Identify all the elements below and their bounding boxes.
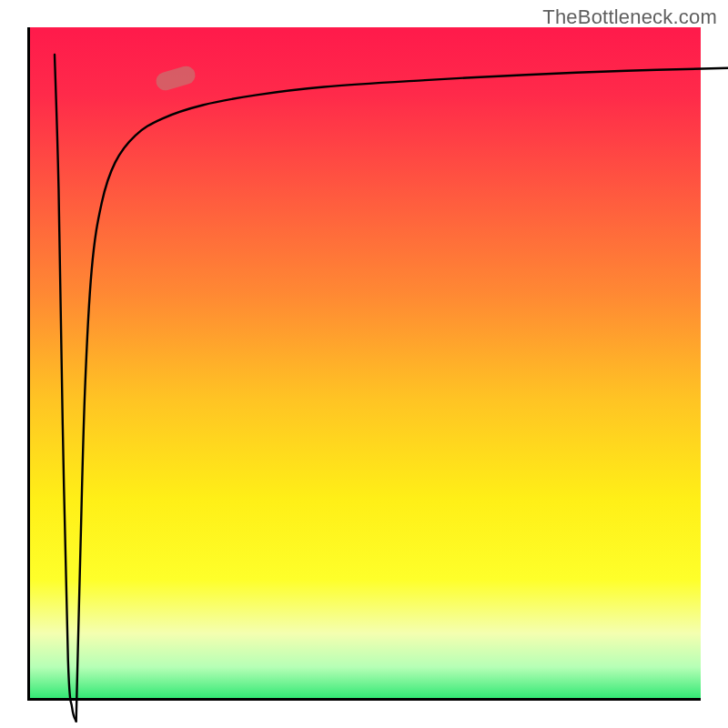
- x-axis: [27, 698, 701, 701]
- attribution-label: TheBottleneck.com: [542, 5, 717, 29]
- curve-dip: [55, 55, 76, 722]
- plot-area: [27, 27, 701, 701]
- chart-container: TheBottleneck.com: [0, 0, 728, 728]
- curve-recovery: [76, 68, 728, 722]
- curve-layer: [55, 55, 728, 728]
- y-axis: [27, 27, 30, 701]
